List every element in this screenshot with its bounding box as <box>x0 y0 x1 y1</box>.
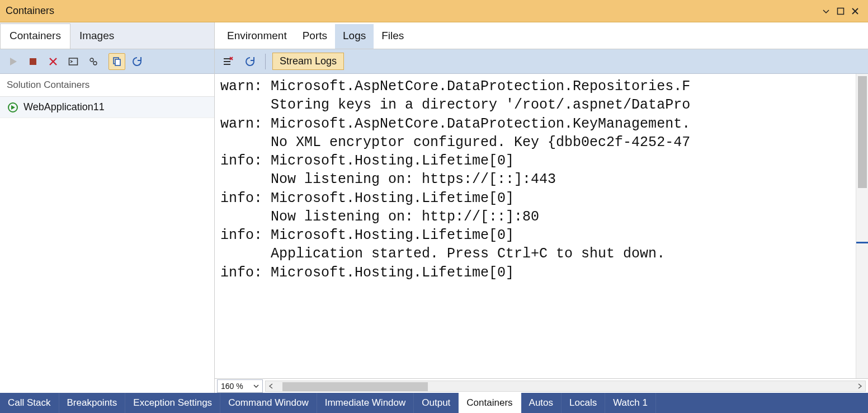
tab-ports[interactable]: Ports <box>295 24 335 49</box>
bt-breakpoints[interactable]: Breakpoints <box>59 393 126 413</box>
container-name: WebApplication11 <box>23 101 105 113</box>
svg-rect-1 <box>30 58 36 65</box>
scrollbar-thumb[interactable] <box>858 76 867 188</box>
logs-area: warn: Microsoft.AspNetCore.DataProtectio… <box>215 74 868 378</box>
bottom-tool-window-tabs: Call Stack Breakpoints Exception Setting… <box>0 393 868 413</box>
horizontal-scrollbar[interactable] <box>265 381 866 392</box>
zoom-value: 160 % <box>221 382 243 391</box>
copy-icon[interactable] <box>108 53 125 70</box>
upper-row: Containers Images Environment Ports Logs… <box>0 22 868 49</box>
right-panel: Stream Logs warn: Microsoft.AspNetCore.D… <box>215 49 868 393</box>
window-menu-dropdown-icon[interactable] <box>819 4 833 18</box>
svg-rect-2 <box>69 58 78 65</box>
svg-rect-6 <box>115 59 120 65</box>
window-title: Containers <box>6 5 54 17</box>
bt-call-stack[interactable]: Call Stack <box>0 393 59 413</box>
svg-point-3 <box>90 58 93 62</box>
left-toolbar <box>0 49 214 74</box>
chevron-down-icon <box>253 383 259 389</box>
bt-output[interactable]: Output <box>414 393 459 413</box>
tab-files[interactable]: Files <box>374 24 412 49</box>
toolbar-separator <box>265 54 266 69</box>
scrollbar-marker <box>856 242 868 243</box>
right-toolbar: Stream Logs <box>215 49 868 74</box>
left-panel-tabs: Containers Images <box>0 22 215 49</box>
bt-containers[interactable]: Containers <box>459 393 521 413</box>
terminal-icon[interactable] <box>65 53 82 70</box>
start-icon[interactable] <box>4 53 21 70</box>
bt-locals[interactable]: Locals <box>562 393 605 413</box>
maximize-icon[interactable] <box>833 4 848 18</box>
left-section-label: Solution Containers <box>0 74 214 97</box>
tab-logs[interactable]: Logs <box>335 24 374 49</box>
scroll-right-icon[interactable] <box>854 381 865 391</box>
hscrollbar-thumb[interactable] <box>282 382 428 391</box>
bt-immediate-window[interactable]: Immediate Window <box>317 393 414 413</box>
refresh-icon[interactable] <box>129 53 145 70</box>
svg-point-4 <box>93 62 97 65</box>
clear-logs-icon[interactable] <box>219 53 236 70</box>
logs-text[interactable]: warn: Microsoft.AspNetCore.DataProtectio… <box>215 74 868 285</box>
vertical-scrollbar[interactable] <box>856 74 868 378</box>
refresh-logs-icon[interactable] <box>242 53 258 70</box>
settings-icon[interactable] <box>85 53 102 70</box>
tab-images[interactable]: Images <box>70 24 123 49</box>
delete-icon[interactable] <box>45 53 62 70</box>
zoom-row: 160 % <box>215 378 868 393</box>
bt-autos[interactable]: Autos <box>521 393 562 413</box>
stream-logs-button[interactable]: Stream Logs <box>272 53 344 70</box>
stop-icon[interactable] <box>25 53 41 70</box>
tab-environment[interactable]: Environment <box>219 24 295 49</box>
scroll-left-icon[interactable] <box>266 381 277 391</box>
running-indicator-icon <box>8 102 18 112</box>
close-icon[interactable] <box>848 4 862 18</box>
svg-rect-0 <box>838 8 844 14</box>
zoom-select[interactable]: 160 % <box>217 379 263 393</box>
titlebar: Containers <box>0 0 868 22</box>
tab-containers[interactable]: Containers <box>0 24 70 49</box>
bt-watch-1[interactable]: Watch 1 <box>605 393 656 413</box>
bt-command-window[interactable]: Command Window <box>220 393 317 413</box>
container-list-item[interactable]: WebApplication11 <box>0 97 214 118</box>
content-tabs: Environment Ports Logs Files <box>215 22 868 49</box>
left-panel: Solution Containers WebApplication11 <box>0 49 215 393</box>
bt-exception-settings[interactable]: Exception Settings <box>125 393 220 413</box>
body-split: Solution Containers WebApplication11 Str… <box>0 49 868 393</box>
